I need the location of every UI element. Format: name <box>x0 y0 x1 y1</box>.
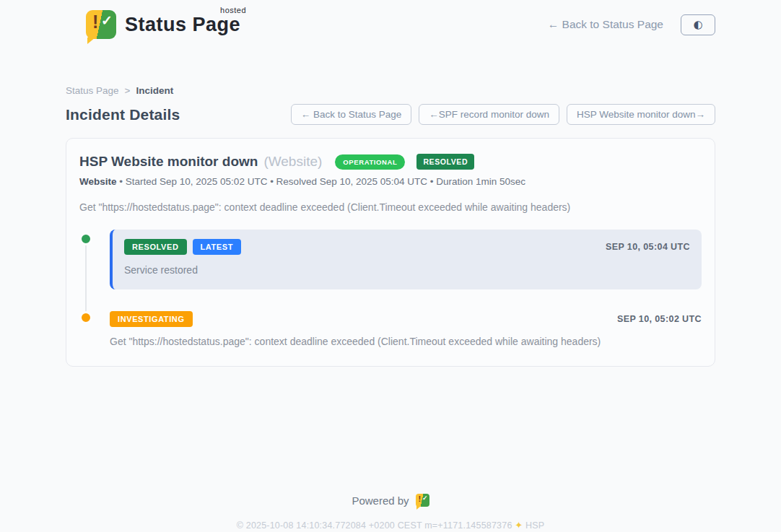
timeline-latest-box: RESOLVED LATEST SEP 10, 05:04 UTC Servic… <box>110 230 702 289</box>
check-glyph: ✓ <box>101 14 113 27</box>
breadcrumb-root[interactable]: Status Page <box>66 85 119 96</box>
main-content: Status Page > Incident Incident Details … <box>66 85 715 367</box>
hsp-logo-icon: ! ✓ <box>416 494 429 507</box>
page-title: Incident Details <box>66 106 180 123</box>
timeline-entry-investigating: INVESTIGATING SEP 10, 05:02 UTC Get "htt… <box>79 311 702 347</box>
incident-component: (Website) <box>263 154 322 170</box>
site-footer: Powered by ! ✓ © 2025-10-08 14:10:34.772… <box>0 494 781 531</box>
resolved-badge: RESOLVED <box>416 154 474 170</box>
brand-text: Status Page <box>125 14 240 35</box>
theme-toggle-button[interactable]: ◐ <box>681 14 715 35</box>
timeline-latest-badge: LATEST <box>193 239 242 255</box>
incident-description: Get "https://hostedstatus.page": context… <box>79 201 702 213</box>
sparkles-icon: ✦ <box>515 520 523 531</box>
hosted-label: hosted <box>220 6 246 14</box>
back-to-status-page-button[interactable]: ← Back to Status Page <box>291 104 412 125</box>
next-incident-button[interactable]: HSP Website monitor down→ <box>567 104 715 125</box>
incident-title: HSP Website monitor down <box>79 154 258 170</box>
copyright-text: © 2025-10-08 14:10:34.772084 +0200 CEST … <box>237 520 512 531</box>
site-header: ! ✓ Status Page hosted ← Back to Status … <box>0 0 781 39</box>
incident-meta: Website • Started Sep 10, 2025 05:02 UTC… <box>79 176 702 187</box>
exclamation-glyph: ! <box>419 495 422 503</box>
incident-card: HSP Website monitor down (Website) OPERA… <box>66 138 715 367</box>
site-logo[interactable]: ! ✓ Status Page hosted <box>86 10 240 39</box>
operational-badge: OPERATIONAL <box>335 154 405 170</box>
timeline-timestamp: SEP 10, 05:02 UTC <box>617 314 702 324</box>
breadcrumb: Status Page > Incident <box>66 85 715 96</box>
copyright-line: © 2025-10-08 14:10:34.772084 +0200 CEST … <box>0 520 781 531</box>
timeline-dot-green <box>79 232 92 245</box>
exclamation-glyph: ! <box>92 13 98 31</box>
powered-by-link[interactable]: Powered by ! ✓ <box>352 494 429 507</box>
brand-name: Status Page hosted <box>125 14 240 36</box>
breadcrumb-current: Incident <box>136 85 173 96</box>
brand-suffix: HSP <box>525 520 544 531</box>
check-glyph: ✓ <box>422 495 428 502</box>
powered-by-label: Powered by <box>352 494 409 507</box>
timeline-message: Service restored <box>124 264 690 276</box>
timeline-investigating-badge: INVESTIGATING <box>110 311 193 327</box>
timeline-dot-orange <box>79 311 92 324</box>
incident-nav-buttons: ← Back to Status Page ←SPF record monito… <box>291 104 715 125</box>
breadcrumb-separator: > <box>125 85 131 96</box>
meta-details: • Started Sep 10, 2025 05:02 UTC • Resol… <box>119 176 525 187</box>
timeline-message: Get "https://hostedstatus.page": context… <box>110 336 702 347</box>
timeline-timestamp: SEP 10, 05:04 UTC <box>606 242 690 252</box>
previous-incident-button[interactable]: ←SPF record monitor down <box>419 104 559 125</box>
contrast-icon: ◐ <box>693 19 702 30</box>
incident-timeline: RESOLVED LATEST SEP 10, 05:04 UTC Servic… <box>79 230 702 347</box>
timeline-entry-resolved: RESOLVED LATEST SEP 10, 05:04 UTC Servic… <box>79 230 702 289</box>
meta-component: Website <box>79 176 117 187</box>
timeline-resolved-badge: RESOLVED <box>124 239 187 255</box>
status-page-logo-icon: ! ✓ <box>86 10 116 39</box>
header-back-link[interactable]: ← Back to Status Page <box>548 18 663 31</box>
